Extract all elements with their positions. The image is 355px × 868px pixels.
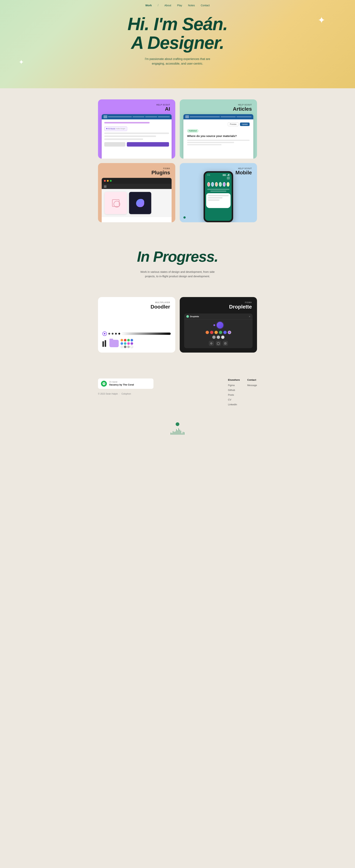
- card-droplette-category: FIGMA: [229, 302, 252, 304]
- contact-heading: Contact: [247, 378, 257, 381]
- card-doodler[interactable]: MULTIPLAYER Doodler: [98, 297, 175, 352]
- articles-update-btn[interactable]: Update: [240, 123, 250, 126]
- ds-red[interactable]: [210, 331, 213, 334]
- chip-dot: [106, 128, 107, 129]
- card-plugins-title: Plugins: [151, 170, 170, 176]
- swatch-orange[interactable]: [120, 339, 123, 341]
- contact-message: Message: [247, 383, 257, 387]
- card-articles[interactable]: HELP SCOUT Articles Preview Update Pub: [180, 99, 257, 159]
- in-progress-description: Work in various states of design and dev…: [139, 270, 216, 279]
- swatch-dgray[interactable]: [124, 345, 127, 348]
- ds-orange[interactable]: [206, 331, 209, 334]
- tl-yellow: [107, 180, 109, 182]
- copyright-separator: ·: [119, 393, 120, 395]
- ai-primary-btn[interactable]: [127, 142, 169, 147]
- nav-contact[interactable]: Contact: [201, 4, 210, 7]
- ai-toolbar-icon: [104, 115, 107, 118]
- droplette-icon-3[interactable]: ⊡: [223, 341, 228, 346]
- droplette-close-button[interactable]: ×: [249, 315, 250, 318]
- phone-top-bar: 9:41 ▌▌▌ ☁ ▊: [205, 173, 232, 177]
- swatch-white[interactable]: [120, 345, 123, 348]
- swatch-blue2[interactable]: [120, 342, 123, 345]
- elsewhere-linkedin: LinkedIn: [228, 403, 240, 406]
- articles-line1: [187, 140, 250, 141]
- articles-toolbar: [183, 114, 253, 119]
- ds-purple-selected[interactable]: [228, 331, 231, 334]
- ds-light[interactable]: [221, 336, 224, 339]
- swatch-teal[interactable]: [124, 342, 127, 345]
- sparkle-icon-1: ✦: [318, 15, 325, 26]
- swatch-blue[interactable]: [131, 339, 133, 341]
- plugin-card-2[interactable]: [129, 192, 151, 214]
- ds-silver[interactable]: [217, 336, 220, 339]
- elsewhere-linkedin-link[interactable]: LinkedIn: [228, 403, 237, 406]
- tool-selector[interactable]: [102, 332, 107, 336]
- contact-list: Message: [247, 383, 257, 387]
- card-plugins-label: FIGMA Plugins: [151, 167, 170, 176]
- plugin-card-1[interactable]: [105, 192, 127, 214]
- avatar-6: [227, 182, 229, 187]
- hero-line1: Hi. I'm Seán.: [128, 14, 227, 34]
- swatch-purple[interactable]: [131, 342, 133, 345]
- card-doodler-label: MULTIPLAYER Doodler: [150, 302, 170, 310]
- tool-dot-4: [118, 333, 120, 335]
- nav-notes[interactable]: Notes: [188, 4, 195, 7]
- work-section: HELP SCOUT AI AI Assist make longer: [0, 99, 355, 222]
- ai-assist-chip[interactable]: AI Assist make longer: [104, 126, 127, 131]
- swatch-green[interactable]: [127, 339, 130, 341]
- droplette-window: Droplette ×: [184, 313, 253, 348]
- doodler-tools: [102, 332, 171, 336]
- elsewhere-cv-link[interactable]: CV: [228, 398, 231, 401]
- nav-work[interactable]: Work: [145, 4, 152, 7]
- in-progress-section: In Progress. Work in various states of d…: [0, 234, 355, 290]
- spotify-info: On repeat Vacancy by The Coral: [109, 381, 134, 386]
- card-ai[interactable]: HELP SCOUT AI AI Assist make longer: [98, 99, 175, 159]
- card-mobile[interactable]: HELP SCOUT Mobile 9:41 ▌▌▌ ☁ ▊: [180, 163, 257, 222]
- ai-chip-sub: make longer: [116, 128, 125, 129]
- droplette-logo-dot: [186, 315, 189, 318]
- swatch-outline[interactable]: [131, 345, 133, 348]
- ds-amber[interactable]: [214, 331, 218, 334]
- swatch-pink[interactable]: [127, 342, 130, 345]
- tick-11: [182, 433, 182, 435]
- swatch-red[interactable]: [124, 339, 127, 341]
- ds-blue[interactable]: [223, 331, 227, 334]
- ai-mockup: AI Assist make longer: [102, 114, 172, 159]
- droplette-icon-2[interactable]: ◯: [216, 341, 221, 346]
- phone-frame: 9:41 ▌▌▌ ☁ ▊: [204, 171, 233, 222]
- articles-preview-btn[interactable]: Preview: [228, 122, 239, 126]
- phone-icon: [227, 177, 230, 180]
- droplette-icon-1[interactable]: ⊙: [209, 341, 214, 346]
- card-plugins[interactable]: FIGMA Plugins: [98, 163, 175, 222]
- tick-3: [173, 431, 173, 435]
- articles-toolbar-icon: [185, 115, 189, 118]
- spotify-widget[interactable]: On repeat Vacancy by The Coral: [98, 378, 153, 389]
- articles-body: Preview Update Published Where do you so…: [183, 119, 253, 149]
- nav-about[interactable]: About: [164, 4, 171, 7]
- elsewhere-github-link[interactable]: Github: [228, 389, 235, 392]
- spotify-song: Vacancy by The Coral: [109, 383, 134, 386]
- elsewhere-heading: Elsewhere: [228, 378, 240, 381]
- phone-signal: ▌▌▌ ☁ ▊: [223, 174, 229, 176]
- colophon-link[interactable]: Colophon: [121, 393, 131, 395]
- card-ai-category: HELP SCOUT: [156, 104, 170, 106]
- swatch-row-3: [120, 345, 133, 348]
- ai-toolbar-bar1: [108, 116, 132, 117]
- hamburger-icon: [104, 185, 106, 187]
- ds-green[interactable]: [219, 331, 222, 334]
- swatch-lgray[interactable]: [127, 345, 130, 348]
- drop-main[interactable]: [217, 322, 223, 329]
- elsewhere-figma-link[interactable]: Figma: [228, 384, 235, 386]
- gradient-bar[interactable]: [122, 332, 171, 335]
- contact-message-link[interactable]: Message: [247, 384, 257, 386]
- card-droplette[interactable]: FIGMA Droplette Droplette ×: [180, 297, 257, 352]
- ai-cancel-btn[interactable]: [104, 142, 126, 147]
- mobile-dot: [183, 216, 186, 219]
- nav-play[interactable]: Play: [177, 4, 182, 7]
- ds-gray[interactable]: [212, 336, 216, 339]
- pb-line1: [208, 195, 229, 196]
- phone-line1: [207, 189, 229, 190]
- pb-line2: [208, 197, 222, 198]
- elsewhere-posts-link[interactable]: Posts: [228, 394, 234, 396]
- avatar-3: [215, 182, 218, 187]
